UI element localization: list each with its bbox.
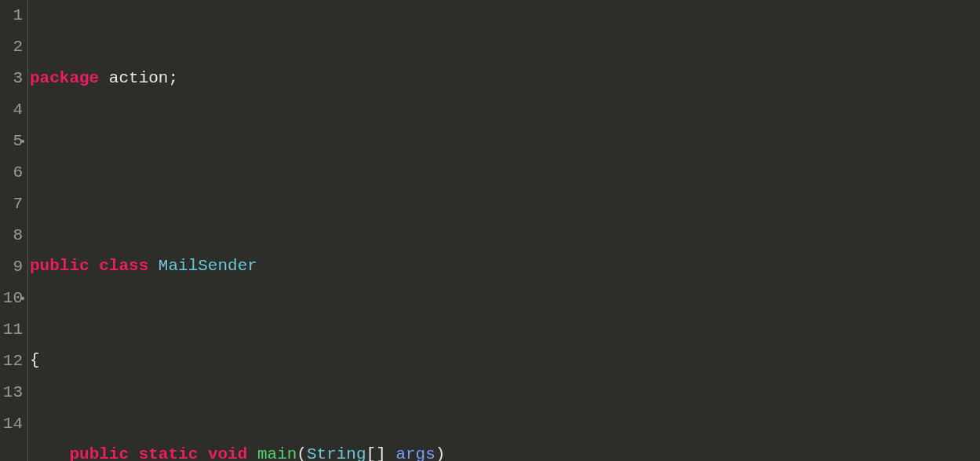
keyword-public: public — [30, 257, 89, 275]
indent — [30, 445, 69, 461]
text — [129, 445, 139, 461]
class-name: MailSender — [158, 257, 257, 275]
line-number: 5 — [0, 126, 23, 157]
keyword-static: static — [139, 445, 199, 461]
brace: { — [30, 351, 40, 369]
modified-marker-icon — [21, 297, 24, 300]
type-name: String — [307, 445, 366, 461]
line-number-gutter: 1 2 3 4 5 6 7 8 9 10 11 12 13 14 — [0, 0, 28, 461]
line-number: 7 — [0, 188, 23, 220]
text — [198, 445, 208, 461]
paren: ) — [435, 445, 446, 461]
line-number: 1 — [0, 0, 23, 31]
code-line[interactable] — [30, 157, 980, 188]
keyword-class: class — [99, 257, 148, 275]
line-number: 12 — [0, 346, 23, 377]
line-number: 14 — [0, 408, 23, 440]
identifier: action — [109, 69, 169, 87]
code-editor[interactable]: package action; public class MailSender … — [28, 0, 980, 461]
line-number: 3 — [0, 63, 23, 94]
code-line[interactable]: public class MailSender — [30, 251, 980, 282]
keyword-void: void — [208, 445, 247, 461]
code-line[interactable]: { — [30, 345, 980, 376]
code-line[interactable]: public static void main(String[] args) — [30, 439, 980, 461]
line-number: 9 — [0, 251, 23, 283]
line-number: 8 — [0, 220, 23, 251]
line-number: 11 — [0, 314, 23, 346]
line-number: 2 — [0, 31, 23, 63]
line-number: 10 — [0, 283, 23, 314]
line-number: 6 — [0, 157, 23, 188]
text — [99, 69, 109, 87]
line-number: 4 — [0, 94, 23, 126]
keyword-public: public — [69, 445, 129, 461]
punctuation: ; — [168, 69, 178, 87]
text — [148, 257, 158, 275]
paren: ( — [297, 445, 307, 461]
line-number: 13 — [0, 377, 23, 408]
method-name: main — [257, 445, 297, 461]
code-line[interactable]: package action; — [30, 63, 980, 94]
brackets: [] — [366, 445, 386, 461]
text — [386, 445, 396, 461]
text — [247, 445, 257, 461]
parameter: args — [395, 445, 435, 461]
keyword-package: package — [30, 69, 99, 87]
text — [89, 257, 100, 275]
modified-marker-icon — [21, 140, 24, 143]
